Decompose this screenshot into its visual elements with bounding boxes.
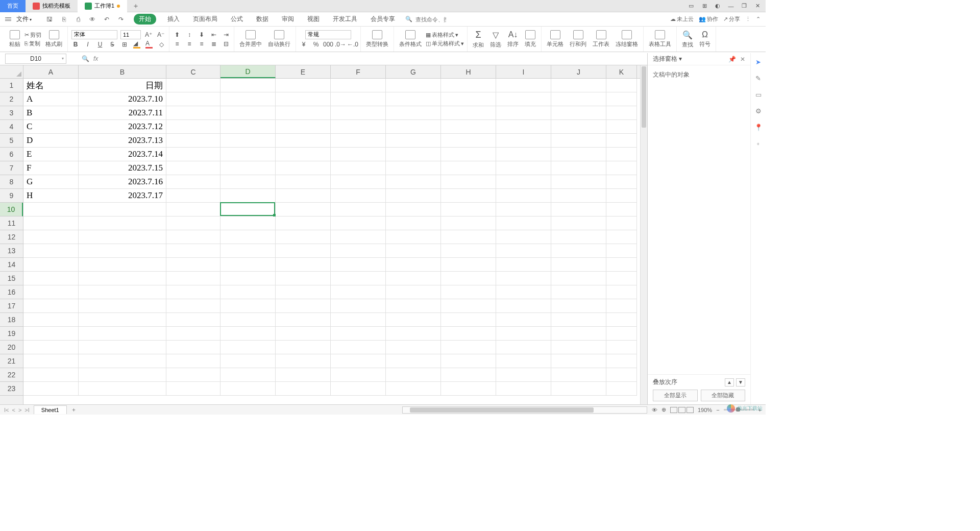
cell[interactable] [441, 203, 496, 216]
cell[interactable] [220, 92, 276, 106]
cell[interactable]: 2023.7.17 [79, 189, 166, 203]
cell[interactable] [551, 189, 606, 203]
send-backward-button[interactable]: ▼ [736, 378, 745, 387]
italic-button[interactable]: I [83, 40, 92, 49]
cell[interactable] [276, 106, 331, 120]
sheet-tab[interactable]: Sheet1 [34, 405, 67, 414]
cell[interactable] [220, 148, 276, 161]
cell[interactable] [166, 327, 220, 341]
filter-button[interactable]: ▽筛选 [488, 29, 503, 50]
cell[interactable] [220, 272, 276, 285]
cell[interactable] [496, 368, 551, 382]
view-break-icon[interactable] [687, 407, 694, 413]
cell[interactable] [386, 161, 441, 175]
col-header-J[interactable]: J [551, 65, 606, 78]
cell[interactable] [23, 299, 79, 313]
row-header-15[interactable]: 15 [0, 272, 23, 285]
cell[interactable] [23, 272, 79, 285]
cell[interactable] [166, 258, 220, 272]
cell[interactable] [166, 382, 220, 396]
cell[interactable]: B [23, 106, 79, 120]
align-center-icon[interactable]: ≡ [185, 40, 194, 48]
cell[interactable] [276, 148, 331, 161]
cell[interactable] [166, 161, 220, 175]
cell[interactable]: 日期 [79, 79, 166, 92]
cell[interactable] [386, 327, 441, 341]
cell[interactable] [386, 354, 441, 368]
cell[interactable] [386, 92, 441, 106]
cell[interactable] [276, 216, 331, 230]
cell[interactable] [606, 175, 637, 189]
fill-button[interactable]: 填充 [523, 29, 538, 49]
cell[interactable]: F [23, 161, 79, 175]
cloud-status[interactable]: ☁ 未上云 [670, 15, 694, 23]
cell[interactable] [220, 79, 276, 92]
cell[interactable] [606, 244, 637, 258]
cell[interactable] [386, 175, 441, 189]
font-color-button[interactable]: A [144, 40, 154, 49]
print-icon[interactable]: ⎙ [74, 15, 83, 24]
cell[interactable] [386, 120, 441, 134]
cell[interactable] [386, 79, 441, 92]
cell[interactable] [606, 313, 637, 327]
cell[interactable] [331, 299, 386, 313]
format-painter-button[interactable]: 格式刷 [43, 29, 64, 49]
tab-new[interactable]: ＋ [127, 2, 144, 11]
cell[interactable] [386, 299, 441, 313]
col-header-C[interactable]: C [166, 65, 220, 78]
tab-workbook[interactable]: 工作簿1 [78, 0, 127, 12]
cell[interactable] [276, 368, 331, 382]
cell[interactable] [441, 272, 496, 285]
cell[interactable] [166, 354, 220, 368]
cell[interactable] [166, 313, 220, 327]
cell[interactable]: 2023.7.12 [79, 120, 166, 134]
align-middle-icon[interactable]: ↕ [185, 31, 194, 39]
row-header-11[interactable]: 11 [0, 216, 23, 230]
cell[interactable] [276, 327, 331, 341]
cell[interactable] [386, 106, 441, 120]
cell[interactable] [441, 368, 496, 382]
row-header-20[interactable]: 20 [0, 341, 23, 354]
cell[interactable] [331, 189, 386, 203]
menu-tab-formula[interactable]: 公式 [229, 14, 245, 25]
fx-search-icon[interactable]: 🔍 [82, 55, 89, 62]
eye-icon[interactable]: 👁 [652, 407, 657, 413]
select-all-corner[interactable] [0, 65, 23, 79]
font-size-select[interactable] [120, 30, 141, 39]
cell[interactable] [220, 368, 276, 382]
cell[interactable] [220, 258, 276, 272]
cell[interactable] [276, 272, 331, 285]
cell[interactable] [331, 148, 386, 161]
cell[interactable] [331, 203, 386, 216]
row-header-2[interactable]: 2 [0, 92, 23, 106]
cell[interactable] [331, 216, 386, 230]
close-button[interactable]: ✕ [753, 2, 762, 10]
cell[interactable] [276, 341, 331, 354]
cell[interactable]: C [23, 120, 79, 134]
cell[interactable] [166, 79, 220, 92]
distribute-icon[interactable]: ⊟ [222, 40, 231, 48]
cell[interactable] [606, 285, 637, 299]
cell[interactable] [496, 313, 551, 327]
cell[interactable]: A [23, 92, 79, 106]
align-bottom-icon[interactable]: ⬇ [197, 31, 206, 39]
cell[interactable] [220, 189, 276, 203]
hide-all-button[interactable]: 全部隐藏 [701, 390, 746, 401]
cell[interactable] [386, 148, 441, 161]
cell[interactable] [551, 175, 606, 189]
cell[interactable] [220, 354, 276, 368]
cell[interactable] [166, 106, 220, 120]
row-header-5[interactable]: 5 [0, 134, 23, 148]
cell[interactable] [496, 79, 551, 92]
cell[interactable] [551, 382, 606, 396]
cell[interactable]: 2023.7.10 [79, 92, 166, 106]
cell[interactable]: 姓名 [23, 79, 79, 92]
menu-tab-start[interactable]: 开始 [134, 14, 156, 25]
cell[interactable] [331, 313, 386, 327]
bold-button[interactable]: B [71, 40, 80, 49]
cell[interactable] [606, 327, 637, 341]
cell[interactable]: E [23, 148, 79, 161]
cell[interactable] [386, 203, 441, 216]
type-convert-button[interactable]: 类型转换 [364, 29, 390, 49]
grid-apps-icon[interactable]: ⊞ [700, 2, 708, 10]
